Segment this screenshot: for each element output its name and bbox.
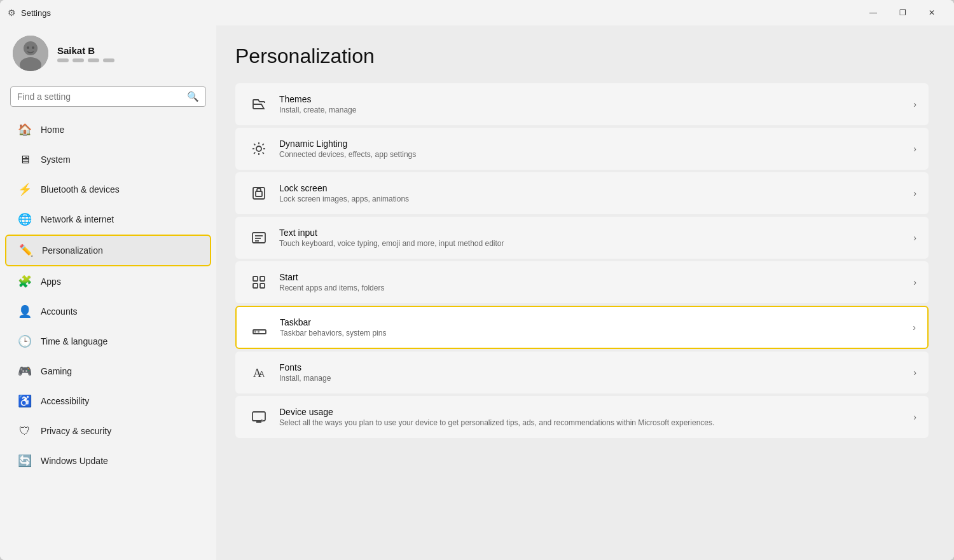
time-icon: 🕒	[18, 334, 32, 348]
gaming-icon: 🎮	[18, 364, 32, 378]
themes-text: Themes Install, create, manage	[279, 94, 908, 114]
svg-line-11	[263, 153, 264, 154]
start-icon	[247, 271, 270, 294]
lock-screen-title: Lock screen	[279, 183, 908, 193]
start-subtitle: Recent apps and items, folders	[279, 283, 908, 292]
sidebar-label-apps: Apps	[41, 277, 61, 287]
lock-screen-icon	[247, 182, 270, 205]
search-input[interactable]	[17, 92, 183, 102]
sidebar-item-accounts[interactable]: 👤 Accounts	[5, 297, 211, 326]
sidebar-item-gaming[interactable]: 🎮 Gaming	[5, 357, 211, 386]
svg-line-12	[254, 153, 255, 154]
sidebar-label-network: Network & internet	[41, 214, 114, 224]
dynamic-lighting-subtitle: Connected devices, effects, app settings	[279, 150, 908, 159]
device-usage-chevron: ›	[913, 412, 916, 422]
titlebar-title: Settings	[21, 8, 51, 18]
search-icon: 🔍	[187, 91, 199, 102]
system-icon: 🖥	[18, 153, 32, 167]
svg-rect-29	[252, 412, 265, 421]
themes-title: Themes	[279, 94, 908, 104]
user-name: Saikat B	[57, 45, 114, 56]
svg-rect-23	[260, 283, 265, 288]
device-usage-title: Device usage	[279, 407, 908, 417]
home-icon: 🏠	[18, 123, 32, 137]
maximize-button[interactable]: ❐	[888, 3, 917, 23]
text-input-title: Text input	[279, 228, 908, 238]
privacy-icon: 🛡	[18, 424, 32, 438]
accessibility-icon: ♿	[18, 394, 32, 408]
text-input-subtitle: Touch keyboard, voice typing, emoji and …	[279, 239, 908, 248]
sidebar-item-accessibility[interactable]: ♿ Accessibility	[5, 386, 211, 416]
lock-screen-subtitle: Lock screen images, apps, animations	[279, 195, 908, 203]
sidebar-nav: 🏠 Home 🖥 System ⚡ Bluetooth & devices 🌐 …	[0, 114, 216, 476]
search-box[interactable]: 🔍	[10, 86, 206, 107]
settings-item-lock-screen[interactable]: Lock screen Lock screen images, apps, an…	[235, 172, 929, 214]
text-input-text: Text input Touch keyboard, voice typing,…	[279, 228, 908, 248]
svg-rect-22	[253, 283, 258, 288]
minimize-button[interactable]: —	[859, 3, 888, 23]
taskbar-icon	[248, 316, 271, 339]
sidebar-item-privacy[interactable]: 🛡 Privacy & security	[5, 416, 211, 446]
svg-text:A: A	[259, 369, 265, 379]
themes-icon	[247, 93, 270, 116]
user-info: Saikat B	[57, 45, 114, 62]
settings-item-themes[interactable]: Themes Install, create, manage ›	[235, 83, 929, 125]
lock-screen-text: Lock screen Lock screen images, apps, an…	[279, 183, 908, 203]
sidebar-label-privacy: Privacy & security	[41, 426, 111, 436]
svg-rect-21	[260, 277, 265, 281]
svg-rect-15	[256, 191, 262, 196]
start-title: Start	[279, 272, 908, 282]
close-button[interactable]: ✕	[917, 3, 946, 23]
titlebar: ⚙ Settings — ❐ ✕	[0, 0, 954, 25]
fonts-title: Fonts	[279, 362, 908, 372]
sidebar-item-home[interactable]: 🏠 Home	[5, 115, 211, 144]
sidebar-label-bluetooth: Bluetooth & devices	[41, 184, 120, 195]
svg-line-13	[263, 144, 264, 145]
sidebar-label-time: Time & language	[41, 336, 107, 346]
sidebar-item-update[interactable]: 🔄 Windows Update	[5, 446, 211, 475]
settings-item-start[interactable]: Start Recent apps and items, folders ›	[235, 261, 929, 303]
sidebar-label-home: Home	[41, 125, 64, 135]
sidebar-item-personalization[interactable]: ✏️ Personalization	[5, 235, 211, 266]
device-usage-icon	[247, 406, 270, 428]
content-area: Saikat B 🔍 🏠 Home	[0, 25, 954, 560]
dynamic-lighting-title: Dynamic Lighting	[279, 139, 908, 149]
svg-rect-14	[253, 188, 265, 199]
accounts-icon: 👤	[18, 304, 32, 318]
settings-item-text-input[interactable]: Text input Touch keyboard, voice typing,…	[235, 217, 929, 259]
dynamic-lighting-text: Dynamic Lighting Connected devices, effe…	[279, 139, 908, 159]
start-text: Start Recent apps and items, folders	[279, 272, 908, 292]
svg-rect-20	[253, 277, 258, 281]
avatar	[13, 36, 48, 71]
svg-rect-26	[258, 331, 259, 333]
settings-item-taskbar[interactable]: Taskbar Taskbar behaviors, system pins ›	[235, 306, 929, 349]
sidebar-label-accessibility: Accessibility	[41, 396, 89, 406]
settings-item-device-usage[interactable]: Device usage Select all the ways you pla…	[235, 396, 929, 438]
sidebar-item-apps[interactable]: 🧩 Apps	[5, 267, 211, 296]
settings-item-dynamic-lighting[interactable]: Dynamic Lighting Connected devices, effe…	[235, 128, 929, 170]
sidebar-label-system: System	[41, 154, 71, 165]
bluetooth-icon: ⚡	[18, 182, 32, 196]
main-content: Personalization Themes Install, create, …	[216, 25, 954, 560]
sidebar-item-bluetooth[interactable]: ⚡ Bluetooth & devices	[5, 175, 211, 204]
svg-point-3	[27, 46, 29, 49]
text-input-icon	[247, 226, 270, 249]
taskbar-chevron: ›	[913, 322, 916, 332]
dynamic-lighting-icon	[247, 137, 270, 160]
start-chevron: ›	[913, 277, 916, 287]
sidebar-item-time[interactable]: 🕒 Time & language	[5, 327, 211, 356]
themes-subtitle: Install, create, manage	[279, 106, 908, 114]
sidebar-label-gaming: Gaming	[41, 366, 72, 376]
fonts-chevron: ›	[913, 367, 916, 378]
fonts-icon: A A	[247, 361, 270, 384]
device-usage-text: Device usage Select all the ways you pla…	[279, 407, 908, 427]
fonts-text: Fonts Install, manage	[279, 362, 908, 383]
sidebar-item-system[interactable]: 🖥 System	[5, 145, 211, 174]
sidebar-label-update: Windows Update	[41, 456, 108, 466]
titlebar-controls: — ❐ ✕	[859, 3, 946, 23]
settings-window: ⚙ Settings — ❐ ✕	[0, 0, 954, 560]
sidebar-item-network[interactable]: 🌐 Network & internet	[5, 205, 211, 234]
titlebar-left: ⚙ Settings	[8, 8, 51, 18]
settings-item-fonts[interactable]: A A Fonts Install, manage ›	[235, 352, 929, 393]
user-section: Saikat B	[0, 25, 216, 84]
